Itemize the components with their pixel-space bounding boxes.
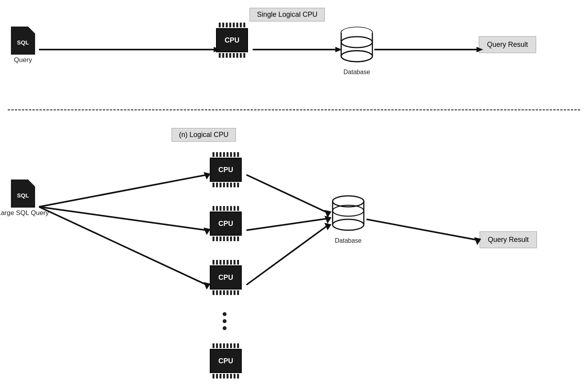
pin [229, 23, 231, 27]
file-shape: SQL [11, 180, 35, 208]
pin [219, 23, 221, 27]
large-query-label: Large SQL Query [0, 209, 49, 217]
pin [226, 53, 228, 58]
cpu-pins-top [213, 206, 239, 211]
top-section: Single Logical CPU SQL Query CPU [0, 0, 588, 109]
sql-text: SQL [17, 192, 29, 199]
dot [223, 326, 227, 330]
svg-line-29 [246, 226, 328, 285]
bottom-arrows [0, 121, 588, 391]
dot [223, 312, 227, 316]
database-svg [339, 27, 374, 66]
pin [229, 53, 231, 58]
bottom-cpu-n: CPU [210, 343, 242, 379]
pin [233, 23, 235, 27]
svg-point-20 [333, 219, 364, 230]
pin [240, 53, 242, 58]
bottom-database-icon: Database [331, 195, 366, 234]
cpu-pins-bottom [213, 183, 239, 187]
sql-text: SQL [17, 39, 29, 46]
svg-line-21 [39, 175, 207, 207]
file-shape: SQL [11, 27, 35, 55]
bottom-cpu-1: CPU [210, 152, 242, 187]
dot [223, 319, 227, 323]
cpu-pins-top [213, 260, 239, 265]
database-label: Database [335, 237, 362, 244]
large-sql-file-icon: SQL Large SQL Query [11, 180, 35, 208]
sql-file-icon: SQL Query [11, 27, 35, 55]
pin [243, 53, 245, 58]
continuation-dots [223, 312, 227, 330]
svg-line-23 [39, 207, 207, 230]
pin [226, 23, 228, 27]
svg-line-25 [39, 207, 207, 285]
bottom-query-result: Query Result [480, 231, 537, 248]
pin [240, 23, 242, 27]
bottom-section-label: (n) Logical CPU [172, 128, 236, 142]
bottom-cpu-2: CPU [210, 206, 242, 241]
cpu-pins-top [219, 23, 245, 27]
pin [222, 53, 224, 58]
bottom-section: (n) Logical CPU SQL Large SQL Query CPU [0, 121, 588, 391]
cpu-body: CPU [210, 158, 242, 182]
section-divider [8, 109, 580, 110]
bottom-cpu-3: CPU [210, 260, 242, 295]
top-cpu: CPU [216, 23, 248, 58]
top-query-result: Query Result [479, 36, 536, 53]
pin [236, 23, 238, 27]
pin [243, 23, 245, 27]
database-label: Database [344, 69, 370, 76]
cpu-body: CPU [216, 28, 248, 52]
cpu-body: CPU [210, 349, 242, 373]
query-label: Query [14, 56, 32, 64]
cpu-pins-top [213, 343, 239, 348]
pin [222, 23, 224, 27]
cpu-pins-bottom [213, 290, 239, 295]
svg-line-30 [367, 219, 477, 240]
pin [233, 53, 235, 58]
cpu-body: CPU [210, 265, 242, 290]
svg-line-27 [246, 175, 328, 213]
pin [219, 53, 221, 58]
top-section-label: Single Logical CPU [250, 8, 325, 21]
cpu-pins-bottom [219, 53, 245, 58]
cpu-pins-bottom [213, 374, 239, 379]
database-svg [331, 195, 366, 234]
cpu-pins-top [213, 152, 239, 157]
cpu-body: CPU [210, 211, 242, 236]
cpu-pins-bottom [213, 236, 239, 241]
pin [236, 53, 238, 58]
top-database-icon: Database [339, 27, 374, 66]
svg-line-28 [246, 219, 328, 230]
